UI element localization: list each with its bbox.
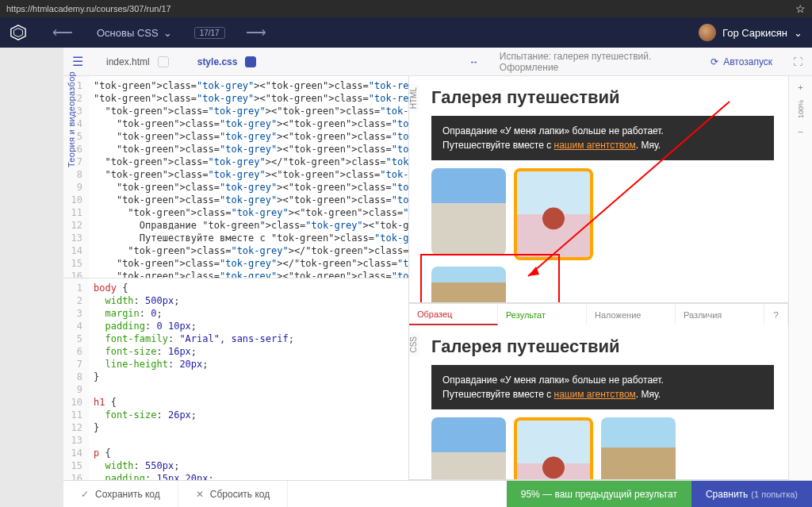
compare-button[interactable]: Сравнить (1 попытка) [691, 481, 812, 507]
tabs-row: ☰ index.html style.css ↔ Испытание: гале… [63, 48, 812, 76]
tab-badge-icon [245, 56, 256, 67]
tab-index-html[interactable]: index.html [92, 48, 183, 75]
agency-link[interactable]: нашим агентством [554, 389, 636, 400]
browser-address-bar: https://htmlacademy.ru/courses/307/run/1… [0, 0, 812, 17]
site-logo-icon[interactable] [10, 24, 27, 41]
page-title: Галерея путешествий [431, 336, 774, 357]
editor-column: 123456789101112131415161718 "tok-green">… [63, 76, 409, 480]
html-code-pane[interactable]: 123456789101112131415161718 "tok-green">… [63, 76, 408, 278]
tab-result[interactable]: Результат [498, 304, 587, 325]
compare-tabs: Образец Результат Наложение Различия ? [409, 303, 788, 325]
preview-column: HTML Галерея путешествий Оправдание «У м… [409, 76, 788, 480]
svg-marker-1 [14, 29, 23, 37]
thumb-japan [514, 417, 593, 480]
tab-sample[interactable]: Образец [409, 304, 498, 325]
annotation-arrow-icon [525, 100, 731, 279]
refresh-icon: ⟳ [710, 56, 718, 67]
chevron-down-icon: ⌄ [163, 27, 172, 39]
score-display: 95% — ваш предыдущий результат [507, 481, 691, 507]
zoom-level[interactable]: 100% [797, 100, 805, 118]
zoom-out-icon[interactable]: – [798, 126, 802, 136]
tab-overlay[interactable]: Наложение [587, 304, 676, 325]
gallery [431, 417, 774, 480]
html-vertical-label: HTML [409, 84, 419, 112]
breadcrumb: Испытание: галерея путешествий. Оформлен… [488, 48, 699, 75]
fullscreen-icon[interactable]: ⛶ [783, 48, 812, 75]
tab-badge-icon [158, 56, 169, 67]
bottom-bar: ✓ Сохранить код ✕ Сбросить код 95% — ваш… [63, 480, 812, 507]
split-toggle-icon[interactable]: ↔ [460, 48, 488, 75]
course-title[interactable]: Основы CSS ⌄ [84, 27, 185, 39]
css-vertical-label: CSS [409, 333, 419, 356]
bookmark-star-icon[interactable]: ☆ [795, 2, 806, 15]
close-icon: ✕ [196, 489, 204, 500]
svg-marker-0 [11, 25, 25, 40]
thumb-greece [431, 168, 506, 255]
url-text: https://htmlacademy.ru/courses/307/run/1… [6, 4, 795, 13]
check-icon: ✓ [81, 489, 89, 500]
tab-help[interactable]: ? [764, 304, 788, 325]
nav-prev-icon[interactable]: ⟵ [41, 24, 84, 41]
sample-preview: HTML Галерея путешествий Оправдание «У м… [409, 76, 788, 303]
autorun-toggle[interactable]: ⟳ Автозапуск [699, 48, 783, 75]
thumb-greece [431, 417, 506, 480]
tab-style-css[interactable]: style.css [183, 48, 271, 75]
banner: Оправдание «У меня лапки» больше не рабо… [431, 365, 774, 409]
reset-button[interactable]: ✕ Сбросить код [178, 481, 288, 507]
svg-line-2 [528, 102, 730, 276]
tab-diff[interactable]: Различия [676, 304, 764, 325]
zoom-rail: + 100% – [788, 76, 812, 480]
chevron-down-icon: ⌄ [794, 27, 802, 39]
top-nav: ⟵ Основы CSS ⌄ 17/17 ⟶ Гор Саркисян ⌄ [0, 17, 812, 48]
result-preview: CSS Галерея путешествий Оправдание «У ме… [409, 325, 788, 480]
css-code-pane[interactable]: 12345678910111213141516171819202122 body… [63, 278, 408, 480]
save-button[interactable]: ✓ Сохранить код [63, 481, 178, 507]
nav-next-icon[interactable]: ⟶ [235, 24, 278, 41]
thumb-turkey [601, 417, 676, 480]
zoom-in-icon[interactable]: + [798, 83, 802, 92]
theory-sidebar-label[interactable]: Теория и видеоразбор [67, 71, 76, 167]
user-menu[interactable]: Гор Саркисян ⌄ [699, 24, 802, 41]
avatar [699, 24, 716, 41]
left-gutter [0, 48, 63, 507]
progress-indicator: 17/17 [194, 27, 225, 39]
